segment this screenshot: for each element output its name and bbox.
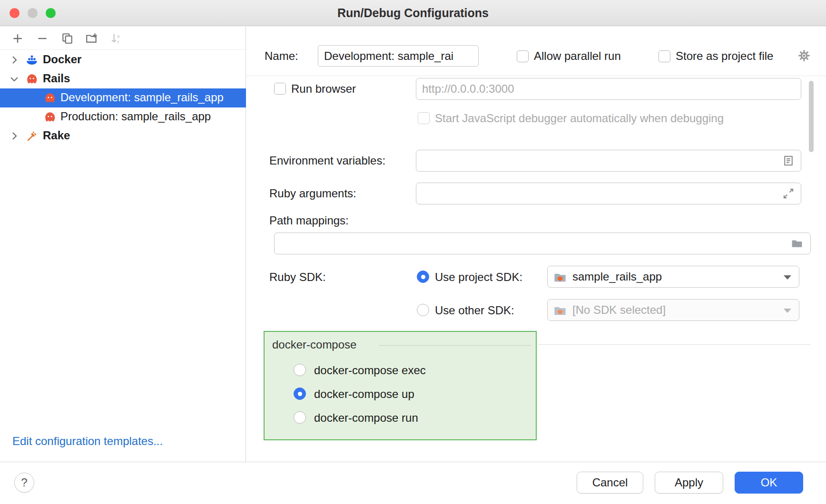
tree-item-label: Rake (43, 129, 70, 142)
project-sdk-combobox[interactable]: sample_rails_app (547, 266, 799, 288)
titlebar: Run/Debug Configurations (0, 0, 826, 26)
docker-icon (26, 54, 38, 66)
name-label: Name: (265, 49, 298, 63)
run-browser-checkbox[interactable] (274, 83, 286, 95)
expand-field-icon[interactable] (782, 187, 795, 200)
tree-item-development-sample-rails-app[interactable]: Development: sample_rails_app (0, 88, 246, 107)
ruby-arguments-input[interactable] (416, 183, 801, 204)
tree-item-production-sample-rails-app[interactable]: Production: sample_rails_app (0, 107, 246, 126)
environment-variables-label: Environment variables: (269, 154, 385, 167)
tree-item-label: Rails (43, 72, 70, 85)
tree-item-label: Development: sample_rails_app (60, 91, 224, 104)
store-as-project-file-checkbox[interactable] (659, 50, 670, 62)
vertical-scrollbar[interactable] (809, 81, 814, 152)
environment-variables-input[interactable] (416, 150, 801, 172)
tree-item-rails[interactable]: Rails (0, 69, 246, 88)
other-sdk-value: [No SDK selected] (572, 303, 666, 317)
chevron-right-icon[interactable] (9, 130, 20, 142)
copy-icon[interactable] (61, 32, 73, 45)
environment-variables-list-icon[interactable] (782, 155, 795, 167)
use-other-sdk-radio[interactable] (417, 304, 429, 316)
configurations-sidebar: az Docker Rails Development: sample_rail… (0, 27, 246, 462)
tree-item-docker[interactable]: Docker (0, 50, 246, 69)
window-title: Run/Debug Configurations (0, 0, 826, 26)
docker-compose-exec-label: docker-compose exec (314, 364, 426, 377)
ruby-sdk-label: Ruby SDK: (269, 271, 326, 284)
allow-parallel-run-checkbox[interactable] (517, 50, 529, 62)
chevron-down-icon (784, 275, 791, 280)
sidebar-toolbar: az (0, 27, 246, 50)
allow-parallel-run-label: Allow parallel run (534, 49, 621, 63)
browser-url-input (416, 78, 801, 100)
store-as-project-file-label: Store as project file (676, 49, 773, 63)
apply-button[interactable]: Apply (655, 472, 723, 494)
other-sdk-combobox: [No SDK selected] (547, 299, 799, 321)
tree-item-label: Production: sample_rails_app (60, 110, 211, 123)
svg-text:a: a (117, 33, 120, 39)
use-project-sdk-radio[interactable] (417, 271, 429, 283)
rails-icon (26, 73, 38, 85)
start-js-debugger-checkbox (418, 112, 430, 124)
ruby-sdk-gem-icon (553, 271, 567, 284)
use-project-sdk-label: Use project SDK: (435, 271, 522, 284)
path-mappings-label: Path mappings: (269, 214, 349, 227)
header-divider (246, 76, 826, 76)
ruby-sdk-gem-icon (553, 304, 567, 317)
gear-icon[interactable] (797, 49, 811, 62)
use-other-sdk-label: Use other SDK: (435, 304, 514, 317)
chevron-down-icon (784, 309, 791, 313)
name-input[interactable] (318, 45, 479, 67)
new-folder-icon[interactable] (86, 32, 98, 45)
sort-alphabetically-icon[interactable]: az (110, 32, 123, 45)
svg-text:z: z (117, 39, 119, 44)
rails-icon (44, 92, 56, 104)
run-debug-configurations-dialog: { "window": { "title": "Run/Debug Config… (0, 0, 826, 504)
cancel-button[interactable]: Cancel (577, 472, 643, 494)
docker-compose-separator-line (379, 345, 531, 346)
rails-icon (44, 111, 56, 123)
docker-compose-group: docker-compose docker-compose exec docke… (264, 331, 537, 440)
chevron-right-icon[interactable] (9, 54, 20, 66)
help-button[interactable]: ? (14, 473, 34, 493)
rake-icon (26, 130, 38, 142)
start-js-debugger-label: Start JavaScript debugger automatically … (435, 112, 724, 125)
tree-item-label: Docker (43, 53, 81, 66)
chevron-down-icon[interactable] (9, 73, 20, 85)
ok-button[interactable]: OK (735, 472, 803, 494)
run-browser-label: Run browser (291, 82, 356, 96)
tree-item-rake[interactable]: Rake (0, 126, 246, 145)
folder-browse-icon[interactable] (791, 237, 803, 250)
ruby-arguments-label: Ruby arguments: (269, 187, 356, 200)
help-button-label: ? (21, 476, 27, 489)
docker-compose-run-radio[interactable] (294, 411, 306, 424)
docker-compose-up-radio[interactable] (294, 388, 306, 400)
path-mappings-input[interactable] (274, 233, 811, 254)
docker-compose-group-title: docker-compose (272, 338, 356, 351)
project-sdk-value: sample_rails_app (572, 270, 662, 283)
docker-compose-run-label: docker-compose run (314, 411, 418, 425)
remove-icon[interactable] (36, 32, 49, 45)
docker-compose-up-label: docker-compose up (314, 388, 414, 401)
add-icon[interactable] (11, 32, 24, 45)
docker-compose-separator-line (538, 344, 811, 345)
footer-divider (0, 462, 826, 462)
docker-compose-exec-radio[interactable] (294, 364, 306, 376)
edit-configuration-templates-link[interactable]: Edit configuration templates... (12, 435, 163, 448)
